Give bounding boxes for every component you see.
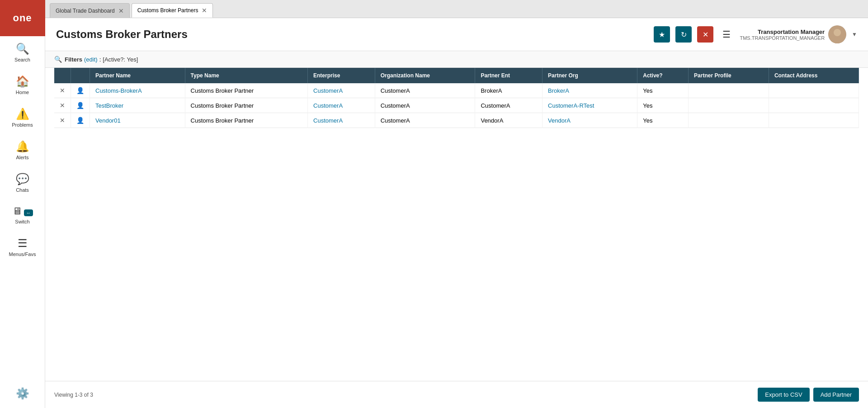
cell-enterprise[interactable]: CustomerA: [308, 83, 375, 98]
sidebar-item-switch[interactable]: 🖥↔ Switch: [0, 199, 45, 231]
filter-edit-link[interactable]: (edit): [84, 56, 98, 63]
table-header-row: Partner Name Type Name Enterprise Organi…: [54, 68, 859, 83]
col-organization-name: Organization Name: [375, 68, 475, 83]
problems-icon: ⚠️: [16, 108, 29, 120]
cell-active: Yes: [637, 98, 689, 113]
cell-contact-address: [769, 98, 859, 113]
search-icon: 🔍: [16, 43, 29, 55]
sidebar-item-chats[interactable]: 💬 Chats: [0, 166, 45, 199]
close-view-button[interactable]: ✕: [697, 26, 713, 43]
sidebar-item-alerts[interactable]: 🔔 Alerts: [0, 134, 45, 166]
sidebar: one 🔍 Search 🏠 Home ⚠️ Problems 🔔 Alerts…: [0, 0, 45, 408]
add-partner-button[interactable]: Add Partner: [813, 388, 859, 402]
sidebar-item-search[interactable]: 🔍 Search: [0, 36, 45, 69]
cell-type-name: Customs Broker Partner: [185, 83, 307, 98]
filter-bar: 🔍 Filters (edit): [Active?: Yes]: [45, 51, 868, 68]
cell-type-name: Customs Broker Partner: [185, 113, 307, 128]
cell-partner-ent: VendorA: [475, 113, 542, 128]
cell-active: Yes: [637, 113, 689, 128]
tab-customs-broker[interactable]: Customs Broker Partners ✕: [132, 3, 213, 18]
refresh-button[interactable]: ↻: [675, 26, 692, 43]
cell-partner-ent: CustomerA: [475, 98, 542, 113]
sidebar-item-menusfavs[interactable]: ☰ Menus/Favs: [0, 231, 45, 263]
row-delete-action[interactable]: ✕: [54, 83, 71, 98]
col-partner-ent: Partner Ent: [475, 68, 542, 83]
sidebar-item-label-problems: Problems: [12, 122, 33, 128]
enterprise-link[interactable]: CustomerA: [313, 87, 343, 94]
partner-org-link[interactable]: BrokerA: [548, 87, 569, 94]
cell-partner-profile: [689, 83, 769, 98]
cell-partner-name[interactable]: Vendor01: [90, 113, 185, 128]
user-info[interactable]: Transportation Manager TMS.TRANSPORTATIO…: [740, 25, 857, 43]
partner-name-link[interactable]: TestBroker: [95, 102, 123, 109]
cell-partner-name[interactable]: Customs-BrokerA: [90, 83, 185, 98]
cell-partner-profile: [689, 113, 769, 128]
row-delete-action[interactable]: ✕: [54, 113, 71, 128]
user-details: Transportation Manager TMS.TRANSPORTATIO…: [740, 28, 825, 41]
tab-customs-broker-close[interactable]: ✕: [202, 7, 207, 14]
cell-enterprise[interactable]: CustomerA: [308, 98, 375, 113]
sidebar-item-label-search: Search: [14, 57, 30, 62]
partner-name-link[interactable]: Vendor01: [95, 117, 121, 124]
col-partner-profile: Partner Profile: [689, 68, 769, 83]
partners-table: Partner Name Type Name Enterprise Organi…: [54, 68, 859, 128]
page-title: Customs Broker Partners: [56, 28, 188, 41]
cell-organization-name: CustomerA: [375, 83, 475, 98]
delete-icon[interactable]: ✕: [60, 102, 65, 109]
sidebar-item-home[interactable]: 🏠 Home: [0, 69, 45, 101]
col-type-name: Type Name: [185, 68, 307, 83]
alerts-icon: 🔔: [16, 140, 29, 153]
col-contact-address: Contact Address: [769, 68, 859, 83]
svg-point-1: [834, 29, 841, 36]
sidebar-item-user-settings[interactable]: ⚙️: [0, 381, 45, 408]
enterprise-link[interactable]: CustomerA: [313, 102, 343, 109]
page-header: Customs Broker Partners ★ ↻ ✕ ☰ Transpor…: [45, 18, 868, 51]
footer-buttons: Export to CSV Add Partner: [758, 388, 859, 402]
header-actions: ★ ↻ ✕ ☰ Transportation Manager TMS.TRANS…: [654, 25, 857, 43]
filter-icon: 🔍: [54, 56, 62, 63]
tab-customs-broker-label: Customs Broker Partners: [137, 7, 198, 14]
tab-global-trade-close[interactable]: ✕: [118, 8, 124, 14]
tab-bar: Global Trade Dashboard ✕ Customs Broker …: [45, 0, 868, 18]
col-partner-name: Partner Name: [90, 68, 185, 83]
sidebar-item-label-switch: Switch: [15, 219, 29, 224]
cell-partner-org[interactable]: BrokerA: [542, 83, 637, 98]
cell-organization-name: CustomerA: [375, 98, 475, 113]
col-enterprise: Enterprise: [308, 68, 375, 83]
viewing-count: Viewing 1-3 of 3: [54, 392, 93, 398]
app-logo[interactable]: one: [0, 0, 45, 36]
menu-button[interactable]: ☰: [719, 27, 734, 42]
enterprise-link[interactable]: CustomerA: [313, 117, 343, 124]
delete-icon[interactable]: ✕: [60, 117, 65, 124]
col-icon: [71, 68, 90, 83]
cell-type-name: Customs Broker Partner: [185, 98, 307, 113]
cell-active: Yes: [637, 83, 689, 98]
sidebar-item-label-home: Home: [16, 90, 29, 95]
avatar: [828, 25, 846, 43]
cell-partner-profile: [689, 98, 769, 113]
partner-org-link[interactable]: CustomerA-RTest: [548, 102, 594, 109]
export-csv-button[interactable]: Export to CSV: [758, 388, 809, 402]
page-content: Customs Broker Partners ★ ↻ ✕ ☰ Transpor…: [45, 18, 868, 408]
delete-icon[interactable]: ✕: [60, 87, 65, 94]
partner-org-link[interactable]: VendorA: [548, 117, 571, 124]
sidebar-item-problems[interactable]: ⚠️ Problems: [0, 101, 45, 134]
tab-global-trade[interactable]: Global Trade Dashboard ✕: [50, 3, 130, 18]
partner-name-link[interactable]: Customs-BrokerA: [95, 87, 142, 94]
table-container: Partner Name Type Name Enterprise Organi…: [45, 68, 868, 381]
favorite-button[interactable]: ★: [654, 26, 670, 43]
row-delete-action[interactable]: ✕: [54, 98, 71, 113]
person-icon: 👤: [76, 87, 84, 94]
cell-partner-org[interactable]: VendorA: [542, 113, 637, 128]
cell-partner-ent: BrokerA: [475, 83, 542, 98]
sidebar-item-label-menusfavs: Menus/Favs: [9, 251, 36, 257]
user-role: TMS.TRANSPORTATION_MANAGER: [740, 35, 825, 41]
person-icon: 👤: [76, 117, 84, 124]
cell-partner-org[interactable]: CustomerA-RTest: [542, 98, 637, 113]
row-person-icon: 👤: [71, 83, 90, 98]
cell-partner-name[interactable]: TestBroker: [90, 98, 185, 113]
filter-label: Filters: [65, 56, 82, 63]
user-name: Transportation Manager: [740, 28, 825, 35]
col-active: Active?: [637, 68, 689, 83]
cell-enterprise[interactable]: CustomerA: [308, 113, 375, 128]
